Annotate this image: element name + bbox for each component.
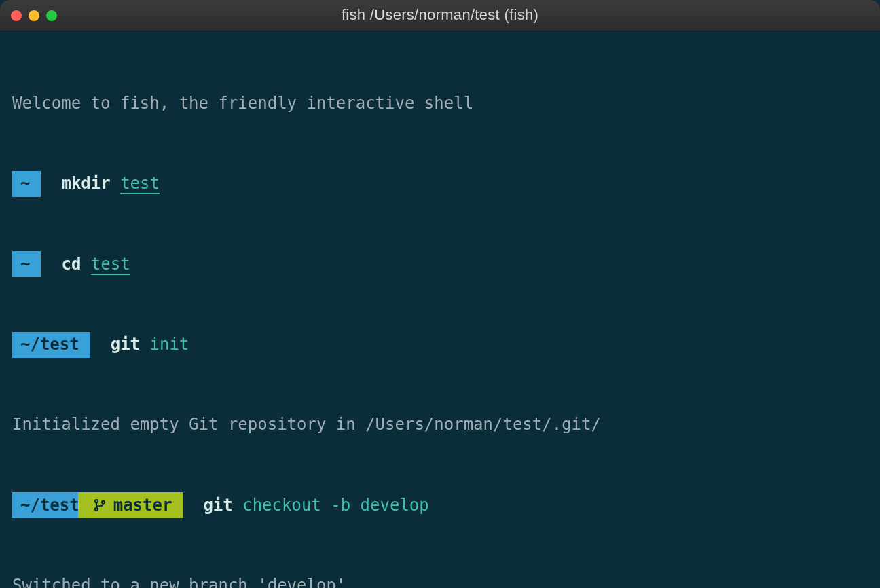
command-text: mkdir test (41, 171, 160, 196)
terminal-area[interactable]: Welcome to fish, the friendly interactiv… (0, 31, 880, 588)
branch-segment: master (78, 492, 183, 518)
command-text: git checkout -b develop (183, 493, 428, 518)
command-text: git init (90, 332, 189, 357)
prompt-line: ~/test git init (12, 330, 868, 360)
path-segment: ~ (12, 251, 41, 277)
command-text: cd test (41, 252, 130, 277)
prompt-line: ~ cd test (12, 249, 868, 279)
svg-point-2 (102, 501, 105, 504)
prompt-line: ~/test master git checkout -b develop (12, 490, 868, 520)
window-title: fish /Users/norman/test (fish) (0, 3, 880, 26)
window-titlebar: fish /Users/norman/test (fish) (0, 0, 880, 31)
git-branch-icon (93, 498, 107, 513)
output-line: Initialized empty Git repository in /Use… (12, 410, 868, 440)
svg-point-1 (95, 508, 98, 511)
output-line: Welcome to fish, the friendly interactiv… (12, 88, 868, 118)
path-segment: ~ (12, 171, 41, 197)
prompt-line: ~ mkdir test (12, 169, 868, 199)
path-segment: ~/test (12, 332, 90, 358)
output-line: Switched to a new branch 'develop' (12, 571, 868, 588)
svg-point-0 (95, 500, 98, 502)
